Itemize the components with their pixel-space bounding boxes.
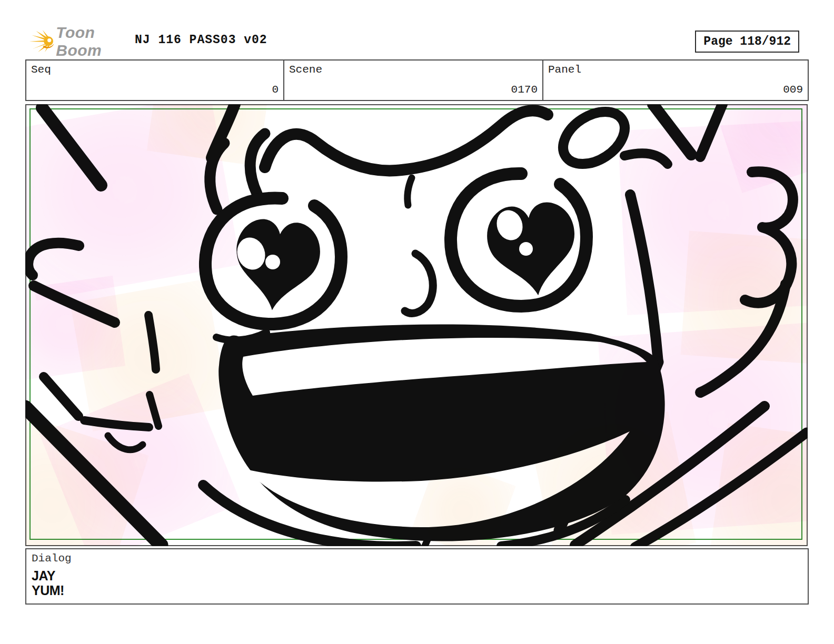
panel-cell: Panel 009 — [543, 61, 808, 100]
panel-label: Panel — [548, 64, 581, 76]
scene-cell: Scene 0170 — [284, 61, 543, 100]
storyboard-drawing — [25, 104, 808, 546]
storyboard-export-page: Toon Boom NJ 116 PASS03 v02 Page 118/912… — [0, 0, 834, 644]
seq-value: 0 — [272, 84, 279, 96]
panel-value: 009 — [783, 84, 803, 96]
seq-label: Seq — [31, 64, 51, 76]
storyboard-panel — [25, 104, 808, 546]
seq-cell: Seq 0 — [26, 61, 284, 100]
logo-wordmark: Toon Boom — [56, 24, 128, 59]
dialog-label: Dialog — [32, 552, 72, 565]
document-title: NJ 116 PASS03 v02 — [135, 33, 267, 47]
scene-value: 0170 — [511, 84, 538, 96]
dialog-line-2: YUM! — [32, 583, 64, 598]
header: Toon Boom NJ 116 PASS03 v02 Page 118/912 — [25, 25, 809, 59]
dialog-box: Dialog JAY YUM! — [25, 548, 809, 605]
dialog-line-1: JAY — [32, 568, 55, 583]
toonboom-logo: Toon Boom — [28, 27, 128, 56]
info-row: Seq 0 Scene 0170 Panel 009 — [25, 59, 809, 101]
page-number-box: Page 118/912 — [695, 31, 799, 53]
scene-label: Scene — [289, 64, 322, 76]
toonboom-burst-icon — [28, 27, 55, 56]
